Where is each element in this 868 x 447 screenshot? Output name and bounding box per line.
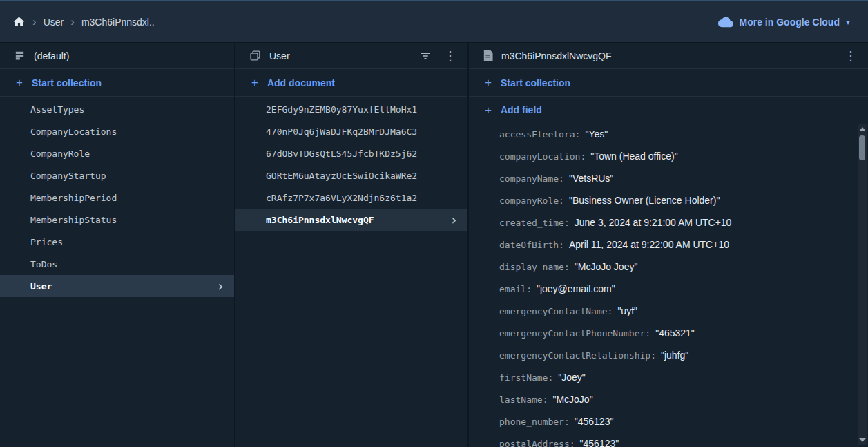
field-key: display_name: [499, 262, 570, 272]
document-field-row[interactable]: dateOfBirth April 11, 2024 at 9:22:00 AM…: [469, 234, 868, 256]
collection-menu-kebab-icon[interactable]: ⋮: [443, 48, 458, 64]
list-item[interactable]: AssetTypes ›: [0, 98, 234, 120]
field-list: accessFleetora "Yes" companyLocation "To…: [469, 123, 868, 447]
list-item[interactable]: CompanyLocations ›: [0, 120, 234, 142]
field-key: companyName: [499, 173, 564, 184]
add-document-button[interactable]: + Add document: [235, 69, 467, 97]
document-field-row[interactable]: postalAddress "456123": [469, 432, 868, 447]
list-item[interactable]: 470nP0Jq6jWaDJFKq2BMrDJMa6C3 ›: [235, 120, 467, 142]
list-item-label: MembershipStatus: [30, 215, 117, 225]
document-field-row[interactable]: created_time June 3, 2024 at 9:21:00 AM …: [469, 211, 868, 234]
field-value: "McJoJo": [552, 394, 592, 405]
plus-icon: +: [16, 77, 23, 88]
list-item-label: AssetTypes: [30, 104, 84, 115]
field-key: companyRole: [499, 196, 564, 206]
document-field-row[interactable]: email "joey@email.com": [469, 278, 868, 300]
more-in-google-cloud-button[interactable]: More in Google Cloud ▾: [718, 15, 850, 30]
document-panel: m3Ch6iPnnsdxlNwcvgQF ⋮ + Start collectio…: [467, 43, 868, 447]
home-icon[interactable]: [12, 15, 26, 28]
document-list: 2EFGdy9nZEMB0y87YuxfEllMoHx1 › 470nP0Jq6…: [235, 97, 467, 231]
topbar: › User › m3Ch6iPnnsdxl.. More in Google …: [0, 0, 868, 43]
list-item[interactable]: 67dOBvTDGsQtLS45JfcbTKDz5j62 ›: [235, 142, 467, 164]
document-menu-kebab-icon[interactable]: ⋮: [843, 48, 858, 64]
document-field-row[interactable]: companyLocation "Town (Head office)": [469, 145, 868, 167]
list-item-label: 67dOBvTDGsQtLS45JfcbTKDz5j62: [266, 149, 417, 159]
field-key: firstName: [499, 372, 553, 383]
add-field-button[interactable]: + Add field: [469, 97, 868, 123]
field-value: June 3, 2024 at 9:21:00 AM UTC+10: [575, 217, 732, 228]
list-item-label: ToDos: [30, 259, 57, 269]
field-value: "465321": [655, 327, 695, 339]
firestore-panels: (default) + Start collection AssetTypes …: [0, 43, 868, 447]
collection-panel-header: User ⋮: [235, 43, 467, 69]
scrollbar-thumb[interactable]: [859, 135, 865, 160]
chevron-right-icon: ›: [32, 16, 37, 28]
field-value: "Yes": [585, 129, 608, 140]
breadcrumb-document[interactable]: m3Ch6iPnnsdxl..: [81, 17, 155, 28]
collection-icon: [249, 50, 261, 61]
list-item-label: User: [30, 281, 52, 292]
breadcrumb-collection[interactable]: User: [44, 17, 64, 28]
start-collection-button[interactable]: + Start collection: [469, 69, 868, 97]
field-key: emergencyContactPhoneNumber: [499, 328, 650, 339]
document-field-row[interactable]: companyName "VetsRUs": [469, 167, 868, 189]
field-key: companyLocation: [499, 151, 586, 162]
plus-icon: +: [251, 77, 258, 88]
field-key: emergencyContactRelationship: [499, 350, 656, 361]
list-item[interactable]: CompanyRole ›: [0, 142, 234, 164]
field-key: created_time: [499, 218, 570, 228]
document-field-row[interactable]: accessFleetora "Yes": [469, 123, 868, 145]
database-title: (default): [34, 50, 224, 61]
chevron-right-icon: ›: [217, 280, 224, 293]
document-field-row[interactable]: emergencyContactRelationship "juhfg": [469, 344, 868, 366]
document-field-row[interactable]: display_name "McJoJo Joey": [469, 256, 868, 278]
document-field-row[interactable]: firstName "Joey": [469, 366, 868, 388]
list-item[interactable]: m3Ch6iPnnsdxlNwcvgQF ›: [235, 209, 467, 231]
list-item-label: MembershipPeriod: [30, 193, 117, 203]
caret-down-icon: ▾: [846, 18, 850, 26]
list-item[interactable]: cRAfz7P7x7a6VLyX2Ndjn6z6t1a2 ›: [235, 187, 467, 209]
scroll-up-arrow-icon[interactable]: [859, 127, 866, 131]
list-item-label: CompanyRole: [30, 149, 90, 159]
document-field-row[interactable]: emergencyContactName "uyf": [469, 300, 868, 322]
field-value: "Town (Head office)": [590, 151, 677, 162]
start-collection-button[interactable]: + Start collection: [0, 69, 234, 97]
list-item[interactable]: Prices ›: [0, 231, 234, 253]
field-value: "Business Owner (Licence Holder)": [569, 195, 720, 206]
collection-panel: User ⋮ + Add document 2EFGdy9nZEMB0y87Yu…: [234, 43, 467, 447]
field-key: email: [499, 284, 532, 294]
field-value: "joey@email.com": [537, 283, 615, 294]
field-value: April 11, 2024 at 9:22:00 AM UTC+10: [569, 239, 729, 250]
list-item-label: CompanyStartup: [30, 171, 106, 181]
database-panel: (default) + Start collection AssetTypes …: [0, 43, 234, 447]
document-field-row[interactable]: lastName "McJoJo": [469, 388, 868, 410]
list-item[interactable]: GORtEM6uAtayzUcESwiOcikaWRe2 ›: [235, 164, 467, 187]
field-value: "juhfg": [661, 350, 688, 361]
document-field-row[interactable]: phone_number "456123": [469, 410, 868, 432]
scrollbar[interactable]: [858, 124, 867, 445]
list-item[interactable]: 2EFGdy9nZEMB0y87YuxfEllMoHx1 ›: [235, 98, 467, 120]
document-field-row[interactable]: emergencyContactPhoneNumber "465321": [469, 322, 868, 344]
list-item-label: m3Ch6iPnnsdxlNwcvgQF: [266, 215, 374, 225]
list-item-label: Prices: [30, 237, 63, 247]
document-title: m3Ch6iPnnsdxlNwcvgQF: [501, 50, 835, 61]
chevron-right-icon: ›: [70, 16, 75, 28]
list-item[interactable]: MembershipPeriod ›: [0, 187, 234, 209]
list-item[interactable]: ToDos ›: [0, 253, 234, 275]
document-field-row[interactable]: companyRole "Business Owner (Licence Hol…: [469, 189, 868, 211]
field-key: dateOfBirth: [499, 240, 564, 250]
add-document-label: Add document: [267, 77, 335, 88]
list-item[interactable]: CompanyStartup ›: [0, 164, 234, 187]
chevron-right-icon: ›: [450, 213, 458, 227]
scroll-down-arrow-icon[interactable]: [859, 438, 866, 442]
field-value: "uyf": [617, 305, 637, 316]
list-item[interactable]: MembershipStatus ›: [0, 209, 234, 231]
field-value: "McJoJo Joey": [575, 261, 638, 272]
collection-title: User: [269, 50, 408, 61]
field-value: "456123": [575, 416, 614, 427]
field-value: "456123": [580, 438, 619, 447]
list-item-label: CompanyLocations: [30, 126, 117, 137]
list-item[interactable]: User ›: [0, 275, 234, 297]
start-collection-label: Start collection: [32, 77, 102, 88]
filter-icon[interactable]: [416, 50, 434, 62]
